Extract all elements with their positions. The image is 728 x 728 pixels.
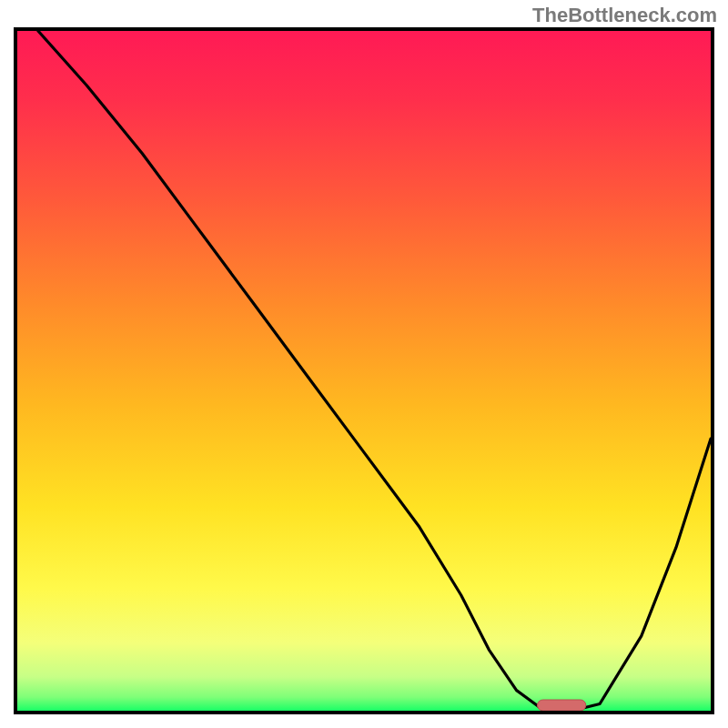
optimal-marker: [538, 700, 586, 711]
chart-svg: [17, 31, 711, 711]
plot-area: [14, 27, 714, 714]
chart-container: TheBottleneck.com: [0, 0, 728, 728]
watermark-text: TheBottleneck.com: [532, 4, 717, 27]
gradient-background: [17, 31, 711, 711]
